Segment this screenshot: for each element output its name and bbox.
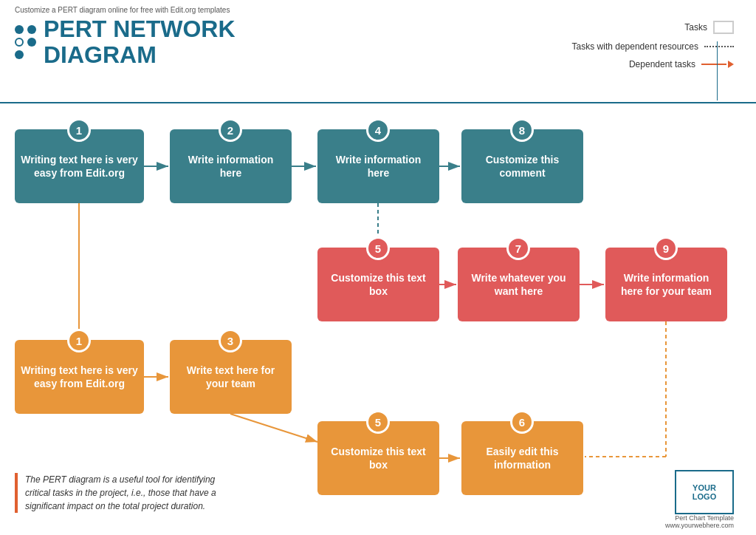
- legend-dependent: Tasks with dependent resources: [572, 41, 734, 52]
- legend-dots-line: [704, 46, 734, 47]
- badge-n3: 3: [219, 329, 242, 352]
- header: PERT NETWORK DIAGRAM: [15, 16, 236, 68]
- logo-dots: [15, 25, 36, 59]
- node-n9-label: Write information here for your team: [611, 271, 721, 298]
- badge-n8: 8: [510, 118, 534, 142]
- node-n5a-label: Customize this text box: [323, 271, 433, 298]
- badge-n1: 1: [67, 118, 91, 142]
- header-title: PERT NETWORK DIAGRAM: [44, 16, 236, 68]
- dot-4: [27, 38, 36, 47]
- badge-n1b: 1: [67, 329, 91, 352]
- node-n1b-label: Writing text here is very easy from Edit…: [21, 364, 138, 390]
- node-n5b-label: Customize this text box: [323, 445, 433, 471]
- legend-dep-tasks: Dependent tasks: [572, 59, 734, 69]
- legend-dep-tasks-label: Dependent tasks: [629, 59, 695, 69]
- badge-n2: 2: [219, 118, 242, 142]
- legend-arrow-line: [701, 64, 726, 65]
- node-n1-label: Writing text here is very easy from Edit…: [21, 153, 138, 180]
- logo-line2: LOGO: [693, 492, 716, 501]
- node-n3-label: Write text here for your team: [176, 364, 286, 390]
- dot-2: [27, 25, 36, 34]
- node-n8-label: Customize this comment: [467, 153, 577, 180]
- logo-line1: YOUR: [693, 483, 716, 492]
- node-n7-label: Write whatever you want here: [464, 271, 574, 298]
- badge-n5a: 5: [366, 236, 390, 260]
- svg-line-12: [230, 414, 317, 442]
- legend-arrow: [701, 61, 734, 68]
- badge-n4: 4: [366, 118, 390, 142]
- legend-tasks-label: Tasks: [684, 22, 707, 33]
- top-caption: Customize a PERT diagram online for free…: [15, 6, 230, 14]
- dot-3: [15, 38, 24, 47]
- divider: [0, 102, 756, 103]
- legend-tasks: Tasks: [572, 21, 734, 34]
- badge-n9: 9: [654, 236, 678, 260]
- bottom-text: The PERT diagram is a useful tool for id…: [15, 473, 236, 513]
- node-n4-label: Write information here: [323, 153, 433, 180]
- logo-sub: Pert Chart Template www.yourwebhere.com: [665, 514, 734, 529]
- legend-vertical-line: [717, 41, 718, 100]
- dot-5: [15, 50, 24, 59]
- logo-box: YOUR LOGO: [675, 470, 734, 514]
- node-n2-label: Write information here: [176, 153, 286, 180]
- legend: Tasks Tasks with dependent resources Dep…: [572, 21, 734, 77]
- badge-n6: 6: [510, 410, 534, 434]
- legend-dependent-label: Tasks with dependent resources: [572, 41, 698, 52]
- badge-n7: 7: [506, 236, 530, 260]
- legend-tasks-box: [713, 21, 734, 34]
- badge-n5b: 5: [366, 410, 390, 434]
- node-n6-label: Easily edit this information: [467, 445, 577, 471]
- legend-arrowhead: [728, 61, 734, 68]
- dot-1: [15, 25, 24, 34]
